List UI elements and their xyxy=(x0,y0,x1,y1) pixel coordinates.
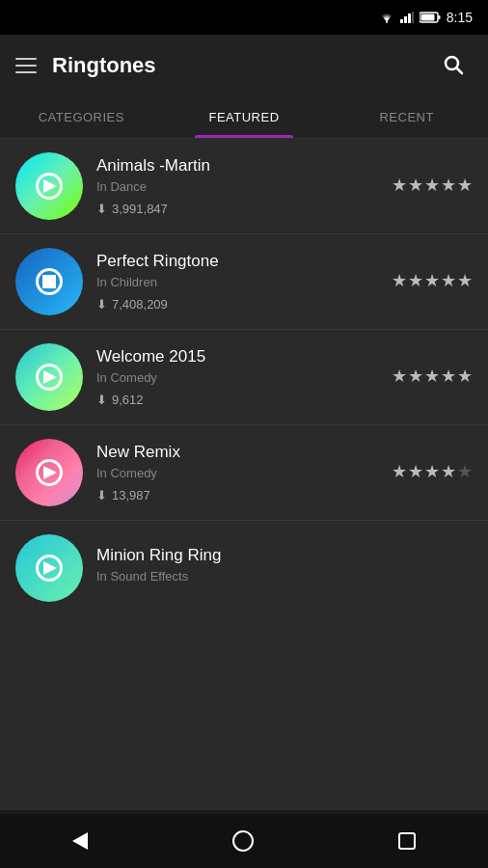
star: ★ xyxy=(424,175,440,196)
bottom-nav xyxy=(0,814,488,868)
item-category-2: In Children xyxy=(96,275,378,289)
stars-3: ★ ★ ★ ★ ★ xyxy=(392,366,473,387)
play-triangle-icon xyxy=(43,466,57,479)
battery-icon xyxy=(420,12,441,23)
app-header: Ringtones xyxy=(0,35,488,96)
svg-rect-2 xyxy=(404,16,407,23)
thumb-3 xyxy=(15,343,83,411)
download-icon: ⬇ xyxy=(96,488,107,502)
item-downloads-4: ⬇ 13,987 xyxy=(96,488,378,502)
header-left: Ringtones xyxy=(15,53,156,78)
svg-rect-1 xyxy=(400,19,403,23)
back-button[interactable] xyxy=(53,825,107,857)
item-info-3: Welcome 2015 In Comedy ⬇ 9,612 xyxy=(83,347,392,407)
star: ★ xyxy=(424,461,440,482)
status-time: 8:15 xyxy=(447,10,473,25)
star: ★ xyxy=(408,175,423,196)
item-category-4: In Comedy xyxy=(96,466,378,480)
item-title-5: Minion Ring Ring xyxy=(96,546,459,565)
svg-rect-7 xyxy=(420,14,434,21)
star: ★ xyxy=(441,461,456,482)
play-triangle-icon xyxy=(43,561,57,575)
item-info-4: New Remix In Comedy ⬇ 13,987 xyxy=(83,443,392,502)
svg-rect-6 xyxy=(438,15,440,19)
play-icon xyxy=(36,459,63,486)
list-item[interactable]: Perfect Ringtone In Children ⬇ 7,408,209… xyxy=(0,234,488,330)
star: ★ xyxy=(424,270,440,291)
thumb-4 xyxy=(15,439,83,506)
download-icon: ⬇ xyxy=(96,393,107,407)
stop-square-icon xyxy=(42,275,56,288)
svg-rect-4 xyxy=(412,12,414,23)
play-icon xyxy=(36,555,63,582)
download-icon: ⬇ xyxy=(96,202,107,216)
star: ★ xyxy=(424,366,440,387)
star: ★ xyxy=(457,175,473,196)
stop-icon xyxy=(36,268,63,295)
star: ★ xyxy=(457,270,473,291)
item-info-5: Minion Ring Ring In Sound Effects xyxy=(83,546,473,591)
star: ★ xyxy=(408,461,423,482)
item-category-3: In Comedy xyxy=(96,370,378,385)
thumb-2 xyxy=(15,248,83,315)
item-stars-2: ★ ★ ★ ★ ★ xyxy=(392,270,473,293)
star: ★ xyxy=(441,175,456,196)
list-item[interactable]: Animals -Martin In Dance ⬇ 3,991,847 ★ ★… xyxy=(0,139,488,234)
status-icons: 8:15 xyxy=(379,10,473,25)
item-title-3: Welcome 2015 xyxy=(96,347,378,366)
stars-4: ★ ★ ★ ★ ★ xyxy=(392,461,473,482)
wifi-icon xyxy=(379,12,394,23)
star: ★ xyxy=(457,366,473,387)
star: ★ xyxy=(392,366,407,387)
item-title-2: Perfect Ringtone xyxy=(96,252,378,271)
download-icon: ⬇ xyxy=(96,297,107,312)
star: ★ xyxy=(392,175,407,196)
signal-icon xyxy=(400,12,414,23)
tabs-bar: CATEGORIES FEATURED RECENT xyxy=(0,96,488,139)
item-category-1: In Dance xyxy=(96,179,378,194)
item-info-1: Animals -Martin In Dance ⬇ 3,991,847 xyxy=(83,156,392,216)
star: ★ xyxy=(392,461,407,482)
app-title: Ringtones xyxy=(52,53,156,78)
svg-rect-3 xyxy=(408,14,411,23)
play-icon xyxy=(36,364,63,391)
list-item[interactable]: Welcome 2015 In Comedy ⬇ 9,612 ★ ★ ★ ★ ★ xyxy=(0,330,488,425)
status-bar: 8:15 xyxy=(0,0,488,35)
thumb-5 xyxy=(15,534,83,602)
play-triangle-icon xyxy=(43,370,57,384)
item-downloads-2: ⬇ 7,408,209 xyxy=(96,297,378,312)
ringtone-list: Animals -Martin In Dance ⬇ 3,991,847 ★ ★… xyxy=(0,139,488,810)
play-icon xyxy=(36,173,63,200)
star: ★ xyxy=(392,270,407,291)
item-downloads-3: ⬇ 9,612 xyxy=(96,393,378,407)
list-item[interactable]: Minion Ring Ring In Sound Effects xyxy=(0,521,488,615)
svg-point-0 xyxy=(386,21,388,23)
list-item[interactable]: New Remix In Comedy ⬇ 13,987 ★ ★ ★ ★ ★ xyxy=(0,425,488,521)
item-stars-1: ★ ★ ★ ★ ★ xyxy=(392,175,473,198)
search-icon xyxy=(442,53,465,76)
recents-button[interactable] xyxy=(379,825,435,857)
recents-icon xyxy=(398,832,416,850)
search-button[interactable] xyxy=(434,45,473,87)
star: ★ xyxy=(441,366,456,387)
item-stars-4: ★ ★ ★ ★ ★ xyxy=(392,461,473,484)
tab-featured[interactable]: FEATURED xyxy=(163,96,326,138)
star: ★ xyxy=(408,366,423,387)
item-downloads-1: ⬇ 3,991,847 xyxy=(96,202,378,216)
home-button[interactable] xyxy=(213,823,273,859)
svg-line-9 xyxy=(457,68,463,73)
tab-categories[interactable]: CATEGORIES xyxy=(0,96,163,138)
item-info-2: Perfect Ringtone In Children ⬇ 7,408,209 xyxy=(83,252,392,312)
item-title-1: Animals -Martin xyxy=(96,156,378,176)
menu-button[interactable] xyxy=(15,58,37,73)
star: ★ xyxy=(441,270,456,291)
item-category-5: In Sound Effects xyxy=(96,569,459,583)
item-stars-3: ★ ★ ★ ★ ★ xyxy=(392,366,473,389)
stars-1: ★ ★ ★ ★ ★ xyxy=(392,175,473,196)
thumb-1 xyxy=(15,152,83,220)
play-triangle-icon xyxy=(43,179,57,193)
stars-2: ★ ★ ★ ★ ★ xyxy=(392,270,473,291)
star-empty: ★ xyxy=(457,461,473,482)
tab-recent[interactable]: RECENT xyxy=(325,96,488,138)
star: ★ xyxy=(408,270,423,291)
